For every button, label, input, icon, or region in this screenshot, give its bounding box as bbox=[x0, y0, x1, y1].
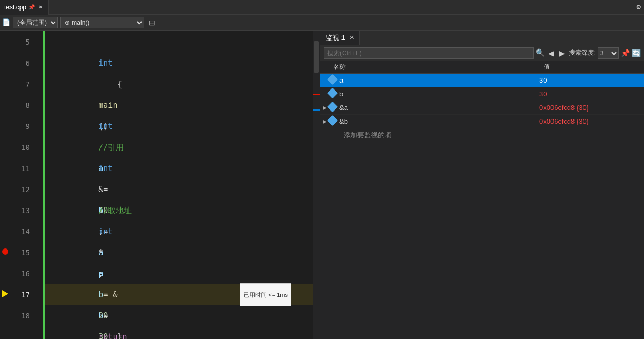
fold-row-12 bbox=[34, 178, 43, 199]
line-num-10: 10 bbox=[11, 137, 30, 158]
tab-test-cpp[interactable]: test.cpp 📌 ✕ bbox=[0, 0, 49, 15]
watch-add-item[interactable]: 添加要监视的项 bbox=[320, 128, 644, 142]
breakpoint-gutter bbox=[0, 31, 11, 339]
watch-row-addr-a[interactable]: ▶ &a 0x006efcd8 {30} bbox=[320, 101, 644, 115]
fold-row-15 bbox=[34, 241, 43, 262]
function-select[interactable]: ⊕ main() bbox=[60, 17, 144, 28]
code-line-7: int a = 10 ; bbox=[45, 74, 313, 95]
gear-button[interactable]: ⚙ bbox=[633, 3, 644, 12]
code-line-18: } bbox=[45, 305, 313, 326]
fold-row-7 bbox=[34, 73, 43, 94]
watch-name-b: b bbox=[339, 90, 539, 98]
line-num-17: 17 bbox=[11, 284, 30, 305]
watch-value-addr-a: 0x006efcd8 {30} bbox=[539, 104, 644, 112]
editor-toolbar: 📄 (全局范围) ⊕ main() ⊟ bbox=[0, 15, 644, 31]
tab-label: test.cpp bbox=[4, 4, 26, 11]
fold-row-10 bbox=[34, 136, 43, 157]
code-line-5: int main () bbox=[45, 32, 313, 53]
code-line-8: //引用 bbox=[45, 95, 313, 116]
line-num-13: 13 bbox=[11, 200, 30, 221]
fold-row-6 bbox=[34, 52, 43, 73]
split-button[interactable]: ⊟ bbox=[146, 18, 158, 27]
code-line-11: //取地址 bbox=[45, 158, 313, 179]
code-line-6: { bbox=[45, 53, 313, 74]
scrollbar-thumb[interactable] bbox=[314, 41, 319, 73]
code-line-13 bbox=[45, 200, 313, 221]
icon-a bbox=[329, 76, 339, 85]
watch-back-button[interactable]: ◀ bbox=[547, 49, 556, 57]
watch-tab-close[interactable]: ✕ bbox=[349, 34, 354, 41]
code-line-15: b = 30 ; bbox=[45, 242, 313, 263]
line-num-7: 7 bbox=[11, 74, 30, 95]
icon-addr-b bbox=[329, 117, 339, 126]
fold-icon-5[interactable]: − bbox=[37, 38, 40, 44]
editor-panel: 5 6 7 8 9 10 11 12 13 14 15 16 17 18 − bbox=[0, 31, 320, 339]
bp-row-9 bbox=[0, 115, 11, 136]
line-numbers: 5 6 7 8 9 10 11 12 13 14 15 16 17 18 bbox=[11, 31, 34, 339]
line-num-14: 14 bbox=[11, 221, 30, 242]
bp-row-6 bbox=[0, 52, 11, 73]
bp-row-12 bbox=[0, 178, 11, 199]
scrollbar-pos-marker bbox=[313, 109, 320, 111]
tab-close-button[interactable]: ✕ bbox=[37, 4, 44, 11]
line-num-9: 9 bbox=[11, 116, 30, 137]
refresh-button[interactable]: 🔄 bbox=[632, 49, 641, 57]
scope-select[interactable]: (全局范围) bbox=[13, 17, 58, 28]
line-num-8: 8 bbox=[11, 95, 30, 116]
watch-row-addr-b[interactable]: ▶ &b 0x006efcd8 {30} bbox=[320, 115, 644, 128]
watch-toolbar: 🔍 ◀ ▶ 搜索深度: 3 📌 🔄 bbox=[320, 45, 644, 61]
fold-row-11 bbox=[34, 157, 43, 178]
pin-button[interactable]: 📌 bbox=[621, 49, 630, 57]
code-line-16 bbox=[45, 263, 313, 284]
editor-scrollbar[interactable] bbox=[313, 31, 320, 339]
bp-row-18 bbox=[0, 304, 11, 325]
fold-row-13 bbox=[34, 199, 43, 220]
timing-tooltip: 已用时间 <= 1ms bbox=[240, 283, 291, 306]
col-value-header: 值 bbox=[544, 63, 642, 72]
watch-value-addr-b: 0x006efcd8 {30} bbox=[539, 117, 644, 125]
line-num-11: 11 bbox=[11, 158, 30, 179]
fold-row-9 bbox=[34, 115, 43, 136]
code-content[interactable]: int main () { int a = 10 bbox=[45, 31, 313, 339]
code-line-10 bbox=[45, 137, 313, 158]
line-num-5: 5 bbox=[11, 32, 30, 53]
watch-row-a[interactable]: a 30 bbox=[320, 74, 644, 87]
watch-name-addr-b: &b bbox=[339, 117, 539, 125]
bp-row-8 bbox=[0, 94, 11, 115]
watch-forward-button[interactable]: ▶ bbox=[558, 49, 567, 57]
watch-row-b[interactable]: b 30 bbox=[320, 87, 644, 101]
watch-value-a: 30 bbox=[539, 76, 644, 84]
bp-row-15[interactable] bbox=[0, 241, 11, 262]
depth-label: 搜索深度: bbox=[569, 48, 596, 57]
fold-row-8 bbox=[34, 94, 43, 115]
watch-table: 名称 值 a 30 b 30 bbox=[320, 61, 644, 339]
current-line-arrow bbox=[2, 290, 8, 297]
watch-tab-1[interactable]: 监视 1 ✕ bbox=[320, 31, 360, 45]
code-line-14: a = 20 ; bbox=[45, 221, 313, 242]
line-num-12: 12 bbox=[11, 179, 30, 200]
depth-select[interactable]: 3 bbox=[598, 47, 619, 59]
code-area: 5 6 7 8 9 10 11 12 13 14 15 16 17 18 − bbox=[0, 31, 320, 339]
watch-tab-label: 监视 1 bbox=[326, 33, 345, 43]
code-line-17: return 0 ; 已用时间 <= 1ms bbox=[45, 284, 313, 305]
col-name-header: 名称 bbox=[323, 63, 544, 72]
fold-row-18 bbox=[34, 304, 43, 325]
breakpoint-dot-15[interactable] bbox=[2, 248, 8, 255]
fold-row-17 bbox=[34, 283, 43, 304]
watch-name-addr-a: &a bbox=[339, 104, 539, 112]
fold-row-5: − bbox=[34, 31, 43, 52]
diamond-icon-b bbox=[327, 88, 338, 98]
file-icon: 📄 bbox=[2, 18, 11, 27]
tab-pin-icon[interactable]: 📌 bbox=[28, 4, 35, 10]
main-area: 5 6 7 8 9 10 11 12 13 14 15 16 17 18 − bbox=[0, 31, 644, 339]
bp-row-5 bbox=[0, 31, 11, 52]
line-num-15: 15 bbox=[11, 242, 30, 263]
bp-row-10 bbox=[0, 136, 11, 157]
tab-bar: test.cpp 📌 ✕ ⚙ bbox=[0, 0, 644, 15]
fold-gutter: − bbox=[34, 31, 43, 339]
search-icon: 🔍 bbox=[536, 48, 545, 57]
bp-row-14 bbox=[0, 220, 11, 241]
fold-row-16 bbox=[34, 262, 43, 283]
watch-search-input[interactable] bbox=[324, 47, 534, 59]
bp-row-16 bbox=[0, 262, 11, 283]
